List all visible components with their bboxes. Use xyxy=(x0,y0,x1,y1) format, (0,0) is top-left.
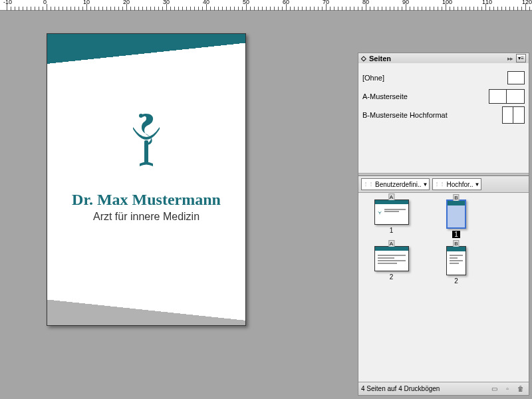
drag-handle-icon: ⋮⋮ xyxy=(434,182,445,187)
page-size-preset-dropdown[interactable]: ⋮⋮Benutzerdefini..▼ xyxy=(361,178,430,190)
pages-panel: [Ohne]A-MusterseiteB-Musterseite Hochfor… xyxy=(358,63,529,396)
page-thumbnail-preview: A xyxy=(374,246,409,271)
delete-page-button[interactable]: 🗑 xyxy=(515,384,526,394)
chevron-down-icon: ▼ xyxy=(423,182,428,188)
ruler-label: 110 xyxy=(482,0,492,5)
document-page[interactable]: Dr. Max Mustermann Arzt für innere Mediz… xyxy=(47,33,246,326)
svg-point-1 xyxy=(139,114,143,118)
master-page-name: A-Musterseite xyxy=(362,92,489,100)
page-thumbnail-preview: B xyxy=(446,200,466,229)
ruler-label: 70 xyxy=(323,0,329,5)
pages-panel-tabbar[interactable]: ◇ Seiten ▸▸ ▾≡ xyxy=(358,53,529,64)
page-number-label: 2 xyxy=(452,277,460,285)
page-thumbnail[interactable]: B1 xyxy=(440,200,473,238)
page-thumbnail-preview: B xyxy=(446,246,466,275)
chevron-down-icon: ▼ xyxy=(474,182,479,188)
panel-menu-button[interactable]: ▾≡ xyxy=(516,54,526,63)
ruler-label: 20 xyxy=(123,0,130,5)
svg-rect-2 xyxy=(379,213,380,214)
master-page-row[interactable]: A-Musterseite xyxy=(362,87,525,106)
page-content: Dr. Max Mustermann Arzt für innere Mediz… xyxy=(47,110,245,223)
page-number-label: 2 xyxy=(388,273,396,281)
doctor-subtitle: Arzt für innere Medizin xyxy=(47,211,245,223)
master-page-thumbnail[interactable] xyxy=(489,89,525,104)
panel-dropdown-row: ⋮⋮Benutzerdefini..▼⋮⋮Hochfor..▼ xyxy=(358,176,529,193)
master-page-thumbnail[interactable] xyxy=(507,71,525,84)
page-footer-wedge xyxy=(47,279,245,325)
page-thumbnail-preview: A xyxy=(374,200,409,225)
ruler-label: 0 xyxy=(43,0,47,5)
dropdown-label: Hochfor.. xyxy=(446,181,473,188)
master-pages-list[interactable]: [Ohne]A-MusterseiteB-Musterseite Hochfor… xyxy=(358,63,529,173)
page-number-label: 1 xyxy=(452,231,460,238)
horizontal-ruler: -100102030405060708090100110120 xyxy=(0,0,532,11)
ruler-label: 120 xyxy=(522,0,532,5)
drag-handle-icon: ⋮⋮ xyxy=(363,182,374,187)
pages-status-text: 4 Seiten auf 4 Druckbögen xyxy=(361,385,440,392)
ruler-label: 60 xyxy=(283,0,289,5)
page-header-wedge xyxy=(47,34,245,70)
master-page-thumbnail[interactable] xyxy=(502,106,525,124)
pages-panel-statusbar: 4 Seiten auf 4 Druckbögen ▭ ▫ 🗑 xyxy=(358,382,529,395)
page-thumbnail[interactable]: B2 xyxy=(440,246,473,285)
pages-panel-title[interactable]: Seiten xyxy=(369,55,391,63)
bowl-of-hygieia-icon xyxy=(123,110,170,175)
ruler-label: 40 xyxy=(203,0,209,5)
ruler-label: 90 xyxy=(402,0,409,5)
ruler-label: -10 xyxy=(3,0,12,5)
master-page-name: B-Musterseite Hochformat xyxy=(362,111,502,119)
panel-cycle-icon[interactable]: ◇ xyxy=(361,55,366,62)
page-thumbnail[interactable]: A1 xyxy=(366,200,416,238)
panel-collapse-icon[interactable]: ▸▸ xyxy=(507,55,513,62)
ruler-label: 80 xyxy=(362,0,369,5)
ruler-label: 10 xyxy=(83,0,90,5)
dropdown-label: Benutzerdefini.. xyxy=(375,181,422,188)
new-page-button[interactable]: ▫ xyxy=(502,384,513,394)
orientation-dropdown[interactable]: ⋮⋮Hochfor..▼ xyxy=(432,178,481,190)
page-number-label: 1 xyxy=(388,227,396,234)
ruler-label: 50 xyxy=(243,0,249,5)
master-page-row[interactable]: [Ohne] xyxy=(362,68,525,87)
page-thumbnails-grid[interactable]: A1B1A2B2 xyxy=(358,193,529,382)
edit-page-size-button[interactable]: ▭ xyxy=(489,384,499,394)
master-page-name: [Ohne] xyxy=(362,74,507,82)
page-thumbnail[interactable]: A2 xyxy=(366,246,416,285)
doctor-name: Dr. Max Mustermann xyxy=(47,191,245,209)
ruler-label: 30 xyxy=(163,0,170,5)
master-page-row[interactable]: B-Musterseite Hochformat xyxy=(362,106,525,124)
ruler-label: 100 xyxy=(442,0,452,5)
